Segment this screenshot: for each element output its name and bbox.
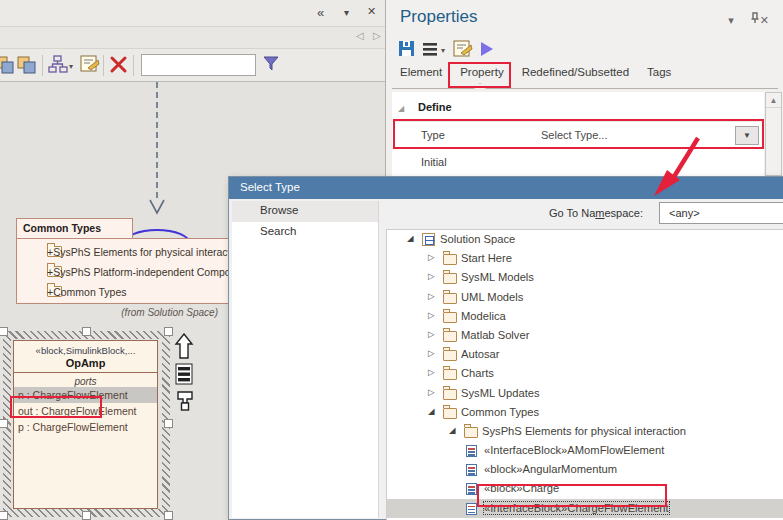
features-icon[interactable] bbox=[175, 363, 194, 386]
package-body[interactable]: +SysPhS Elements for physical interactio… bbox=[16, 238, 230, 304]
section-collapse-icon[interactable]: ◢ bbox=[398, 104, 404, 113]
properties-title: Properties bbox=[400, 7, 477, 27]
tree-item[interactable]: ▷Modelica bbox=[387, 307, 783, 326]
tree-item[interactable]: ▷Start Here bbox=[387, 249, 783, 268]
resize-handle[interactable] bbox=[164, 327, 173, 336]
model-icon bbox=[422, 233, 435, 246]
copy-appearance-icon[interactable] bbox=[0, 55, 16, 75]
tree-item[interactable]: ◢Solution Space bbox=[387, 230, 783, 249]
panel-dropdown-icon[interactable]: ▾ bbox=[344, 7, 349, 18]
expand-icon[interactable]: ▷ bbox=[428, 271, 435, 281]
resize-handle[interactable] bbox=[82, 327, 91, 336]
diagram-search-input[interactable] bbox=[141, 54, 256, 76]
port-tool-icon[interactable] bbox=[176, 390, 194, 416]
resize-handle[interactable] bbox=[0, 327, 8, 336]
show-element-icon[interactable] bbox=[453, 40, 473, 58]
insert-element-icon[interactable] bbox=[174, 333, 194, 361]
tab-tags[interactable]: Tags bbox=[647, 66, 671, 78]
collapse-icon[interactable]: ◢ bbox=[407, 233, 414, 243]
tree-item[interactable]: «InterfaceBlock»AMomFlowElement bbox=[387, 441, 783, 460]
initial-row[interactable]: Initial bbox=[392, 148, 764, 175]
block-icon bbox=[466, 503, 477, 515]
resize-handle[interactable] bbox=[82, 511, 91, 520]
port-row[interactable]: n : ChargeFlowElement bbox=[14, 387, 157, 403]
folder-icon bbox=[443, 293, 457, 304]
define-section-header[interactable]: ◢ Define bbox=[392, 92, 764, 121]
tree-item[interactable]: ◢Common Types bbox=[387, 403, 783, 422]
expand-icon[interactable]: ▷ bbox=[428, 252, 435, 262]
properties-dropdown-icon[interactable]: ▾ bbox=[728, 14, 740, 26]
resize-handle[interactable] bbox=[164, 419, 173, 428]
folder-icon bbox=[443, 389, 457, 400]
menu-dropdown-icon[interactable]: ▾ bbox=[441, 46, 445, 55]
tab-strip-divider bbox=[392, 88, 778, 89]
collapse-icon[interactable]: ◢ bbox=[428, 406, 435, 416]
menu-icon[interactable] bbox=[422, 41, 438, 56]
collapse-panel-icon[interactable]: « bbox=[317, 5, 324, 20]
tree-item[interactable]: «block»AngularMomentum bbox=[387, 460, 783, 479]
package-item[interactable]: +SysPhS Platform-independent Compone bbox=[17, 264, 229, 284]
resize-handle[interactable] bbox=[0, 511, 8, 520]
tab-redefined-subsetted[interactable]: Redefined/Subsetted bbox=[522, 66, 629, 78]
show-element-icon[interactable] bbox=[80, 55, 100, 73]
expand-icon[interactable]: ▷ bbox=[428, 310, 435, 320]
grid-scrollbar[interactable]: ▲ bbox=[765, 92, 782, 176]
block-icon bbox=[466, 464, 477, 476]
package-tab[interactable]: Common Types bbox=[16, 218, 133, 239]
dialog-nav-browse[interactable]: Browse bbox=[232, 201, 378, 222]
resize-handle[interactable] bbox=[0, 419, 8, 428]
tree-item-label: Modelica bbox=[461, 310, 506, 322]
package-item[interactable]: +Common Types bbox=[17, 284, 229, 304]
namespace-dropdown[interactable]: <any> bbox=[659, 202, 783, 224]
type-dropdown-button[interactable]: ▼ bbox=[735, 126, 759, 145]
next-diagram-icon[interactable]: ▷ bbox=[373, 30, 381, 41]
tab-property[interactable]: Property bbox=[460, 66, 503, 78]
package-item-label: +Common Types bbox=[47, 286, 126, 298]
expand-icon[interactable]: ▷ bbox=[428, 291, 435, 301]
collapse-icon[interactable]: ◢ bbox=[449, 425, 456, 435]
expand-icon[interactable]: ▷ bbox=[428, 329, 435, 339]
tab-element[interactable]: Element bbox=[400, 66, 442, 78]
resize-handle[interactable] bbox=[164, 511, 173, 520]
pin-icon[interactable] bbox=[740, 14, 760, 26]
folder-icon bbox=[443, 273, 457, 284]
save-icon[interactable] bbox=[398, 40, 415, 57]
tree-item[interactable]: ▷Charts bbox=[387, 364, 783, 383]
package-item[interactable]: +SysPhS Elements for physical interactio… bbox=[17, 244, 229, 264]
hierarchy-dropdown-icon[interactable]: ▾ bbox=[69, 62, 73, 71]
tree-item[interactable]: «block»Charge bbox=[387, 479, 783, 498]
prev-diagram-icon[interactable]: ◁ bbox=[356, 30, 364, 41]
tree-item[interactable]: ▷SysML Models bbox=[387, 268, 783, 287]
tree-item[interactable]: ▷Matlab Solver bbox=[387, 326, 783, 345]
hierarchy-icon[interactable] bbox=[48, 55, 68, 75]
dialog-nav-search[interactable]: Search bbox=[232, 222, 378, 243]
panel-close-icon[interactable]: ✕ bbox=[367, 5, 376, 18]
paste-appearance-icon[interactable] bbox=[16, 55, 40, 75]
tree-item-label: Solution Space bbox=[440, 233, 515, 245]
opamp-block[interactable]: «block,SimulinkBlock,... OpAmp ports n :… bbox=[13, 340, 158, 509]
diagram-pane-header: « ▾ ✕ bbox=[0, 0, 385, 27]
tree-item-label: Common Types bbox=[461, 406, 539, 418]
delete-icon[interactable] bbox=[109, 55, 129, 75]
scroll-up-icon[interactable]: ▲ bbox=[766, 93, 781, 108]
tree-item[interactable]: «InterfaceBlock»ChargeFlowElement bbox=[387, 499, 783, 518]
tree-item[interactable]: ◢SysPhS Elements for physical interactio… bbox=[387, 422, 783, 441]
expand-icon[interactable]: ▷ bbox=[428, 367, 435, 377]
type-row[interactable]: Type Select Type... ▼ bbox=[392, 121, 764, 148]
tree-item-label: Matlab Solver bbox=[461, 329, 529, 341]
run-icon[interactable] bbox=[480, 41, 494, 57]
filter-icon[interactable] bbox=[263, 56, 279, 72]
dialog-titlebar[interactable]: Select Type bbox=[229, 177, 783, 199]
port-row[interactable]: out : ChargeFlowElement bbox=[14, 403, 157, 419]
properties-close-icon[interactable]: ✕ bbox=[760, 14, 775, 26]
package-item-label: +SysPhS Platform-independent Compone bbox=[47, 266, 230, 278]
expand-icon[interactable]: ▷ bbox=[428, 387, 435, 397]
tree-item[interactable]: ▷SysML Updates bbox=[387, 384, 783, 403]
toolbar-separator bbox=[133, 55, 134, 76]
type-value[interactable]: Select Type... bbox=[541, 129, 607, 141]
port-row[interactable]: p : ChargeFlowElement bbox=[14, 419, 157, 435]
expand-icon[interactable]: ▷ bbox=[428, 348, 435, 358]
tree-item[interactable]: ▷UML Models bbox=[387, 288, 783, 307]
package-item-label: +SysPhS Elements for physical interactio… bbox=[47, 246, 230, 258]
tree-item[interactable]: ▷Autosar bbox=[387, 345, 783, 364]
